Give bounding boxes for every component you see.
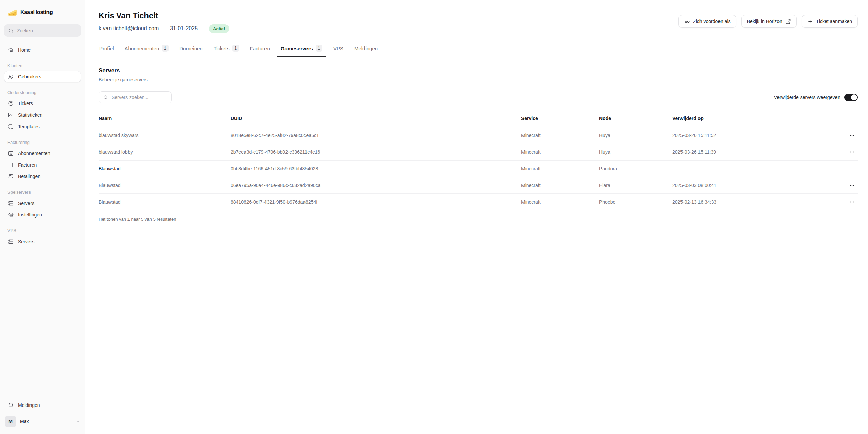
user-since-date: 31-01-2025 <box>170 25 198 32</box>
tab-count-badge: 1 <box>316 45 322 52</box>
page-header: Kris Van Tichelt k.van.tichelt@icloud.co… <box>99 11 858 33</box>
tab-label: Facturen <box>250 45 270 51</box>
tab[interactable]: Meldingen <box>354 45 378 57</box>
server-name[interactable]: Blauwstad <box>99 199 231 205</box>
sidebar-item-label: Instellingen <box>18 212 42 218</box>
sidebar-item[interactable]: Home <box>4 44 81 56</box>
server-uuid: 0bb8d4be-1166-451d-8c59-63fbbf854028 <box>231 166 521 171</box>
tab-label: VPS <box>333 45 343 51</box>
sidebar-section-label: Spelservers <box>7 190 78 195</box>
header-action-button[interactable]: Zich voordoen als <box>678 15 736 28</box>
user-menu[interactable]: M Max <box>4 416 81 427</box>
deleted-servers-toggle-row: Verwijderde servers weergeven <box>774 94 858 101</box>
table-controls: Verwijderde servers weergeven <box>99 91 858 103</box>
sidebar-item[interactable]: Facturen <box>4 159 81 171</box>
deleted-servers-toggle[interactable] <box>844 94 858 101</box>
main-content: Kris Van Tichelt k.van.tichelt@icloud.co… <box>85 0 868 434</box>
server-name[interactable]: blauwstad lobby <box>99 149 231 155</box>
server-name[interactable]: Blauwstad <box>99 183 231 188</box>
tab-label: Domeinen <box>179 45 202 51</box>
servers-search-input[interactable] <box>112 95 167 100</box>
notifications-label: Meldingen <box>18 402 40 408</box>
server-name[interactable]: blauwstad skywars <box>99 133 231 138</box>
cheese-logo-icon <box>7 7 17 17</box>
button-label: Zich voordoen als <box>693 19 731 24</box>
page-title: Kris Van Tichelt <box>99 11 229 20</box>
sidebar-item-label: Servers <box>18 201 34 206</box>
table-row: Blauwstad 0bb8d4be-1166-451d-8c59-63fbbf… <box>99 161 858 177</box>
tab-label: Tickets <box>214 45 230 51</box>
tab-label: Profiel <box>99 45 114 51</box>
row-actions <box>842 197 858 207</box>
sidebar-item[interactable]: Tickets <box>4 98 81 109</box>
servers-search[interactable] <box>99 91 172 103</box>
server-uuid: 2b7eea3d-c179-4706-bb02-c336211c4e16 <box>231 149 521 155</box>
sidebar-item-label: Betalingen <box>18 174 40 179</box>
row-actions-button[interactable] <box>846 180 858 190</box>
sidebar-item[interactable]: Statistieken <box>4 109 81 121</box>
column-header: UUID <box>231 116 521 126</box>
sidebar-item-label: Tickets <box>18 101 33 106</box>
sidebar-item-notifications[interactable]: Meldingen <box>4 399 81 411</box>
ticket-icon <box>8 100 14 107</box>
user-meta: k.van.tichelt@icloud.com 31-01-2025 Acti… <box>99 24 229 33</box>
sidebar-search[interactable] <box>4 24 81 37</box>
table-row: Blauwstad 88410626-0df7-4321-9f50-b976da… <box>99 194 858 210</box>
tab-bar: Profiel Abonnementen 1 Domeinen Tickets … <box>99 45 858 57</box>
table-row: blauwstad lobby 2b7eea3d-c179-4706-bb02-… <box>99 144 858 161</box>
column-header: Service <box>521 116 599 126</box>
button-label: Ticket aanmaken <box>816 19 852 24</box>
sidebar-item[interactable]: Templates <box>4 121 81 132</box>
row-actions <box>842 130 858 140</box>
column-header-actions <box>842 118 858 123</box>
search-icon <box>8 28 14 34</box>
tab[interactable]: Abonnementen 1 <box>124 45 170 57</box>
sidebar-item[interactable]: Instellingen <box>4 209 81 221</box>
invoice-icon <box>8 162 14 168</box>
sidebar-item-label: Facturen <box>18 162 37 168</box>
sidebar-item[interactable]: Servers <box>4 236 81 247</box>
table-header-row: Naam UUID Service Node Verwijderd op <box>99 114 858 127</box>
server-deleted-at: 2025-03-26 15:11:52 <box>672 133 842 138</box>
server-name[interactable]: Blauwstad <box>99 166 231 171</box>
row-actions <box>842 180 858 190</box>
tab[interactable]: Profiel <box>99 45 115 57</box>
server-service: Minecraft <box>521 166 599 171</box>
chevron-down-icon <box>75 419 80 424</box>
tab-label: Meldingen <box>354 45 378 51</box>
sidebar-item[interactable]: Gebruikers <box>4 71 81 82</box>
row-actions-button[interactable] <box>846 130 858 140</box>
app-logo[interactable]: KaasHosting <box>4 5 81 19</box>
server-deleted-at: 2025-02-13 16:34:33 <box>672 199 842 205</box>
sidebar-search-input[interactable] <box>17 28 77 33</box>
divider <box>164 25 164 32</box>
server-node: Huya <box>599 149 672 155</box>
row-actions-button[interactable] <box>846 197 858 207</box>
sidebar-item-label: Abonnementen <box>18 151 50 156</box>
mask-icon <box>684 19 690 24</box>
sidebar-item-label: Gebruikers <box>18 74 41 79</box>
header-action-button[interactable]: Ticket aanmaken <box>802 15 858 28</box>
sidebar-section-label: VPS <box>7 228 78 233</box>
sidebar-item[interactable]: Abonnementen <box>4 148 81 159</box>
table-row: Blauwstad 06ea795a-90a4-446e-986c-c632ad… <box>99 177 858 194</box>
tab[interactable]: Facturen <box>249 45 271 57</box>
sidebar-item[interactable]: Servers <box>4 197 81 209</box>
section-title: Servers <box>99 67 858 74</box>
tab-count-badge: 1 <box>232 45 239 52</box>
header-action-button[interactable]: Bekijk in Horizon <box>741 15 797 28</box>
tab-label: Abonnementen <box>125 45 159 51</box>
section-subtitle: Beheer je gameservers. <box>99 77 858 82</box>
avatar: M <box>5 416 16 427</box>
tab[interactable]: VPS <box>333 45 344 57</box>
stats-icon <box>8 112 14 118</box>
toggle-knob <box>851 94 857 100</box>
sidebar-item[interactable]: Betalingen <box>4 171 81 182</box>
tab[interactable]: Tickets 1 <box>213 45 240 57</box>
tab[interactable]: Gameservers 1 <box>280 45 323 57</box>
tab[interactable]: Domeinen <box>179 45 203 57</box>
sidebar-item-label: Statistieken <box>18 112 42 118</box>
row-actions-button[interactable] <box>846 147 858 157</box>
users-icon <box>8 74 14 80</box>
payments-icon <box>8 173 14 180</box>
